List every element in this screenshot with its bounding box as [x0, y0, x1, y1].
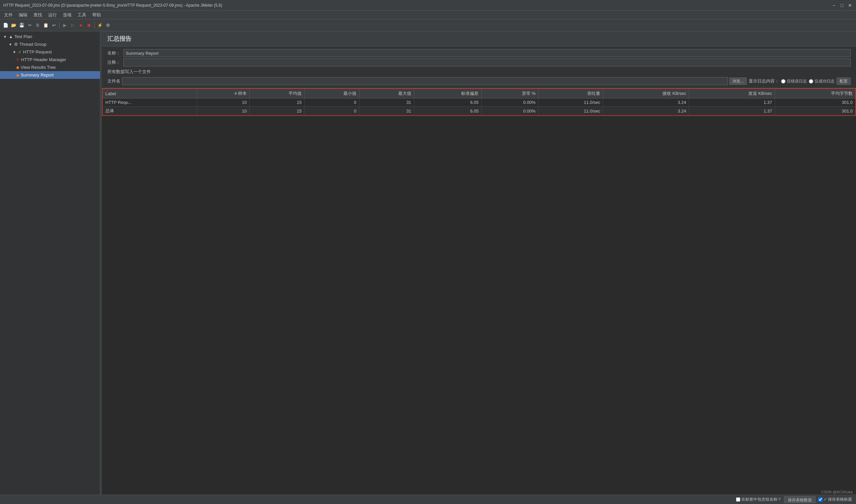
log-content-label: 显示日志内容： — [749, 78, 779, 84]
name-row: 名称： — [107, 49, 851, 57]
toolbar-separator-2 — [94, 22, 95, 29]
table-header-row: Label # 样本 平均值 最小值 最大值 标准偏差 异常 % 吞吐量 接收 … — [102, 89, 856, 98]
table-cell: 11.0/sec — [538, 107, 603, 116]
table-row: HTTP Requ...10150316.050.00%11.0/sec3.24… — [102, 98, 856, 107]
sidebar-label-http-request: HTTP Request — [23, 50, 52, 54]
toolbar-separator-1 — [59, 22, 59, 29]
view-results-icon: ◆ — [16, 65, 19, 70]
summary-table: Label # 样本 平均值 最小值 最大值 标准偏差 异常 % 吞吐量 接收 … — [102, 88, 856, 116]
sidebar-label-thread-group: Thread Group — [19, 42, 47, 47]
table-cell: 15 — [250, 107, 305, 116]
col-samples: # 样本 — [197, 89, 250, 98]
table-cell: 10 — [197, 98, 250, 107]
menu-edit[interactable]: 编辑 — [16, 11, 30, 19]
sidebar-item-view-results-tree[interactable]: ◆ View Results Tree — [0, 64, 100, 71]
col-max: 最大值 — [359, 89, 414, 98]
table-cell: 1.37 — [689, 98, 775, 107]
table-cell: 0 — [304, 98, 359, 107]
sidebar-item-test-plan[interactable]: ▼ ▲ Test Plan — [0, 33, 100, 40]
col-stddev: 标准偏差 — [414, 89, 481, 98]
sidebar-item-http-request[interactable]: ▼ ✓ HTTP Request — [0, 48, 100, 56]
table-cell: 1.37 — [689, 107, 775, 116]
toolbar-open[interactable]: 📂 — [10, 22, 17, 29]
success-log-check[interactable]: 仅成功日志 — [809, 78, 835, 84]
name-input[interactable] — [123, 49, 851, 57]
sidebar-item-summary-report[interactable]: ◆ Summary Report — [0, 71, 100, 79]
table-cell: 6.05 — [414, 107, 481, 116]
toolbar-stop-now[interactable]: ⏹ — [85, 22, 92, 29]
menu-help[interactable]: 帮助 — [90, 11, 104, 19]
table-cell: 3.24 — [603, 107, 689, 116]
http-header-icon: ✕ — [16, 57, 20, 62]
col-error: 异常 % — [481, 89, 538, 98]
table-cell: 0 — [304, 107, 359, 116]
table-cell: 31 — [359, 98, 414, 107]
toolbar-start[interactable]: ▶ — [61, 22, 69, 29]
success-log-radio[interactable] — [809, 79, 813, 84]
toolbar-undo[interactable]: ↩ — [50, 22, 57, 29]
toolbar-copy[interactable]: ⎘ — [34, 22, 41, 29]
toolbar-new[interactable]: 📄 — [2, 22, 10, 29]
file-label: 文件名 — [107, 78, 121, 84]
save-table-data-button[interactable]: 保存表格数据 — [784, 496, 816, 503]
all-data-text: 所有数据写入一个文件 — [107, 68, 851, 76]
close-button[interactable]: ✕ — [847, 3, 853, 8]
table-section: Label # 样本 平均值 最小值 最大值 标准偏差 异常 % 吞吐量 接收 … — [102, 88, 856, 494]
toolbar-remote-start[interactable]: ⚡ — [96, 22, 104, 29]
expand-icon: ▼ — [3, 34, 7, 39]
toolbar-cut[interactable]: ✂ — [26, 22, 33, 29]
include-group-checkbox[interactable] — [736, 497, 740, 502]
include-group-check[interactable]: 在标签中包含组名称？ — [736, 497, 782, 502]
menu-run[interactable]: 运行 — [46, 11, 59, 19]
table-cell: 301.0 — [775, 107, 856, 116]
report-panel: 汇总报告 名称： 注释： 所有数据写入一个文件 文件名 浏览... — [102, 31, 856, 494]
save-table-title-check[interactable]: ✓ 保存表格标题 — [818, 497, 852, 502]
toolbar-paste[interactable]: 📋 — [42, 22, 50, 29]
table-cell: 31 — [359, 107, 414, 116]
table-cell: 10 — [197, 107, 250, 116]
file-row: 文件名 浏览... 显示日志内容： 仅错误日志 仅成功日志 配置 — [107, 77, 851, 85]
table-cell: HTTP Requ... — [102, 98, 197, 107]
browse-button[interactable]: 浏览... — [729, 77, 747, 85]
table-cell: 11.0/sec — [538, 98, 603, 107]
summary-report-icon: ◆ — [16, 72, 19, 77]
sidebar-label-summary-report: Summary Report — [21, 72, 53, 77]
sidebar-label-test-plan: Test Plan — [14, 34, 32, 39]
menu-find[interactable]: 查找 — [31, 11, 45, 19]
thread-group-icon: ⚙ — [14, 42, 18, 47]
save-table-title-checkbox[interactable] — [818, 497, 823, 502]
http-request-icon: ✓ — [18, 50, 22, 54]
success-log-label: 仅成功日志 — [815, 78, 835, 84]
error-log-radio[interactable] — [781, 79, 785, 84]
content-area: 汇总报告 名称： 注释： 所有数据写入一个文件 文件名 浏览... — [102, 31, 856, 494]
status-bar: 在标签中包含组名称？ 保存表格数据 ✓ 保存表格标题 — [0, 494, 856, 504]
menu-file[interactable]: 文件 — [1, 11, 15, 19]
toolbar-stop[interactable]: ■ — [77, 22, 85, 29]
col-sent-kbs: 发送 KB/sec — [689, 89, 775, 98]
toolbar-settings[interactable]: ⚙ — [104, 22, 112, 29]
menu-tools[interactable]: 工具 — [75, 11, 89, 19]
file-input[interactable] — [122, 77, 728, 85]
sidebar-label-http-header-manager: HTTP Header Manager — [21, 57, 66, 62]
maximize-button[interactable]: □ — [839, 3, 845, 8]
expand-icon-thread: ▼ — [8, 42, 13, 47]
error-log-check[interactable]: 仅错误日志 — [781, 78, 807, 84]
col-throughput: 吞吐量 — [538, 89, 603, 98]
name-label: 名称： — [107, 50, 121, 56]
toolbar-start-no-pause[interactable]: ▷ — [69, 22, 76, 29]
title-bar: HTTP Request_2023-07-09.jmx (D:\java\apa… — [0, 0, 856, 11]
report-title: 汇总报告 — [102, 31, 856, 47]
toolbar-save[interactable]: 💾 — [18, 22, 25, 29]
sidebar-item-http-header-manager[interactable]: ✕ HTTP Header Manager — [0, 56, 100, 64]
error-log-label: 仅错误日志 — [787, 78, 807, 84]
comment-input[interactable] — [123, 58, 851, 67]
comment-label: 注释： — [107, 59, 121, 66]
menu-options[interactable]: 选项 — [60, 11, 74, 19]
table-row: 总体10150316.050.00%11.0/sec3.241.37301.0 — [102, 107, 856, 116]
minimize-button[interactable]: − — [831, 3, 837, 8]
sidebar-label-view-results-tree: View Results Tree — [21, 65, 56, 70]
test-plan-icon: ▲ — [9, 34, 13, 39]
col-recv-kbs: 接收 KB/sec — [603, 89, 689, 98]
sidebar-item-thread-group[interactable]: ▼ ⚙ Thread Group — [0, 40, 100, 48]
config-button[interactable]: 配置 — [837, 77, 851, 85]
